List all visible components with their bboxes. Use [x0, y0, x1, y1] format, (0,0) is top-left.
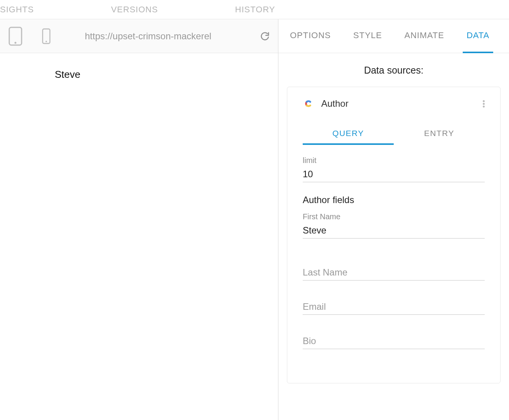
tablet-icon[interactable] [8, 26, 23, 47]
inspector-panel: OPTIONS STYLE ANIMATE DATA Data sources:… [278, 19, 509, 420]
subtab-query[interactable]: QUERY [303, 129, 394, 145]
svg-point-3 [46, 40, 47, 42]
inspector-tabs: OPTIONS STYLE ANIMATE DATA [278, 19, 509, 53]
preview-url[interactable]: https://upset-crimson-mackerel [85, 31, 255, 42]
last-name-input[interactable] [303, 265, 485, 281]
tab-options[interactable]: OPTIONS [290, 19, 331, 53]
kebab-icon[interactable] [483, 100, 485, 108]
phone-icon[interactable] [39, 26, 54, 47]
tab-style[interactable]: STYLE [353, 19, 382, 53]
subtab-entry[interactable]: ENTRY [394, 129, 485, 145]
email-input[interactable] [303, 299, 485, 315]
url-bar: https://upset-crimson-mackerel [0, 19, 278, 53]
bio-input[interactable] [303, 333, 485, 349]
refresh-icon[interactable] [260, 31, 270, 42]
limit-label: limit [303, 156, 485, 165]
tab-animate[interactable]: ANIMATE [405, 19, 444, 53]
preview-content-text: Steve [0, 53, 278, 81]
first-name-label: First Name [303, 212, 485, 221]
preview-panel: https://upset-crimson-mackerel Steve [0, 19, 278, 420]
data-source-card: Author QUERY ENTRY limit Author fields F… [287, 87, 501, 383]
first-name-input[interactable] [303, 223, 485, 239]
data-source-name: Author [321, 98, 476, 109]
svg-point-1 [15, 42, 17, 44]
contentful-icon [303, 98, 314, 109]
author-fields-heading: Author fields [303, 195, 485, 205]
limit-input[interactable] [303, 166, 485, 182]
top-nav-tabs: SIGHTS VERSIONS HISTORY [0, 0, 509, 19]
query-entry-tabs: QUERY ENTRY [303, 129, 485, 145]
tab-versions[interactable]: VERSIONS [111, 5, 158, 15]
tab-history[interactable]: HISTORY [235, 5, 275, 15]
data-sources-heading: Data sources: [287, 65, 501, 76]
tab-insights[interactable]: SIGHTS [0, 5, 34, 15]
tab-data[interactable]: DATA [467, 19, 489, 53]
